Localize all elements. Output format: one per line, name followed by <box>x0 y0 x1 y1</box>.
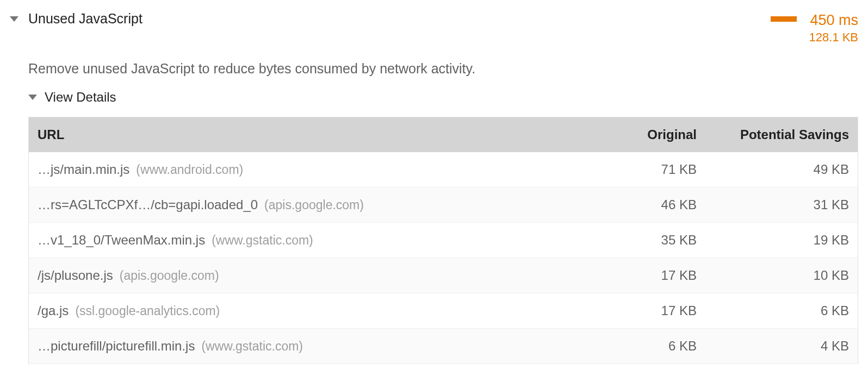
original-cell: 17 KB <box>588 303 697 318</box>
table-row[interactable]: …js/main.min.js (www.android.com) 71 KB … <box>29 152 858 187</box>
original-cell: 71 KB <box>588 162 697 177</box>
table-row[interactable]: …rs=AGLTcCPXf…/cb=gapi.loaded_0 (apis.go… <box>29 187 858 223</box>
audit-title: Unused JavaScript <box>28 11 142 27</box>
url-cell: …picturefill/picturefill.min.js (www.gst… <box>38 339 588 354</box>
audit-header-left: Unused JavaScript <box>10 11 142 27</box>
table-row[interactable]: …picturefill/picturefill.min.js (www.gst… <box>29 329 858 364</box>
table-row[interactable]: /js/plusone.js (apis.google.com) 17 KB 1… <box>29 258 858 293</box>
savings-bar-icon <box>771 16 797 22</box>
url-path: …picturefill/picturefill.min.js <box>38 339 195 354</box>
header-savings: Potential Savings <box>697 127 849 142</box>
url-cell: …js/main.min.js (www.android.com) <box>38 162 588 177</box>
header-url: URL <box>38 127 588 142</box>
url-domain: (apis.google.com) <box>120 268 219 283</box>
savings-cell: 4 KB <box>697 339 849 354</box>
header-original: Original <box>588 127 697 142</box>
original-cell: 35 KB <box>588 233 697 248</box>
url-path: …v1_18_0/TweenMax.min.js <box>38 233 205 248</box>
details-label: View Details <box>45 90 116 105</box>
url-domain: (www.android.com) <box>136 162 243 177</box>
audit-metrics: 450 ms 128.1 KB <box>809 11 858 46</box>
url-domain: (www.gstatic.com) <box>212 233 313 248</box>
url-domain: (www.gstatic.com) <box>201 339 303 354</box>
url-domain: (apis.google.com) <box>264 198 364 212</box>
metric-size: 128.1 KB <box>809 30 858 46</box>
url-cell: /js/plusone.js (apis.google.com) <box>38 268 588 283</box>
original-cell: 6 KB <box>588 339 697 354</box>
details-toggle[interactable]: View Details <box>28 90 858 105</box>
original-cell: 46 KB <box>588 197 697 212</box>
savings-cell: 10 KB <box>697 268 849 283</box>
table-header-row: URL Original Potential Savings <box>29 117 858 152</box>
savings-cell: 6 KB <box>697 303 849 318</box>
table-body: …js/main.min.js (www.android.com) 71 KB … <box>29 152 858 364</box>
url-path: …js/main.min.js <box>38 162 129 177</box>
original-cell: 17 KB <box>588 268 697 283</box>
table-row[interactable]: /ga.js (ssl.google-analytics.com) 17 KB … <box>29 293 858 329</box>
collapse-icon[interactable] <box>10 16 18 22</box>
results-table: URL Original Potential Savings …js/main.… <box>28 117 858 364</box>
url-cell: …rs=AGLTcCPXf…/cb=gapi.loaded_0 (apis.go… <box>38 197 588 212</box>
audit-description: Remove unused JavaScript to reduce bytes… <box>28 61 858 77</box>
savings-cell: 19 KB <box>697 233 849 248</box>
savings-cell: 49 KB <box>697 162 849 177</box>
details-section: View Details URL Original Potential Savi… <box>28 90 858 364</box>
metric-time: 450 ms <box>810 11 858 30</box>
url-cell: /ga.js (ssl.google-analytics.com) <box>38 303 588 318</box>
audit-header: Unused JavaScript 450 ms 128.1 KB <box>10 11 858 46</box>
url-cell: …v1_18_0/TweenMax.min.js (www.gstatic.co… <box>38 233 588 248</box>
url-path: …rs=AGLTcCPXf…/cb=gapi.loaded_0 <box>38 197 258 212</box>
chevron-down-icon <box>28 95 37 100</box>
audit-header-right: 450 ms 128.1 KB <box>771 11 858 46</box>
url-domain: (ssl.google-analytics.com) <box>75 304 220 318</box>
savings-cell: 31 KB <box>697 197 849 212</box>
url-path: /js/plusone.js <box>38 268 113 283</box>
url-path: /ga.js <box>38 303 69 318</box>
table-row[interactable]: …v1_18_0/TweenMax.min.js (www.gstatic.co… <box>29 223 858 258</box>
